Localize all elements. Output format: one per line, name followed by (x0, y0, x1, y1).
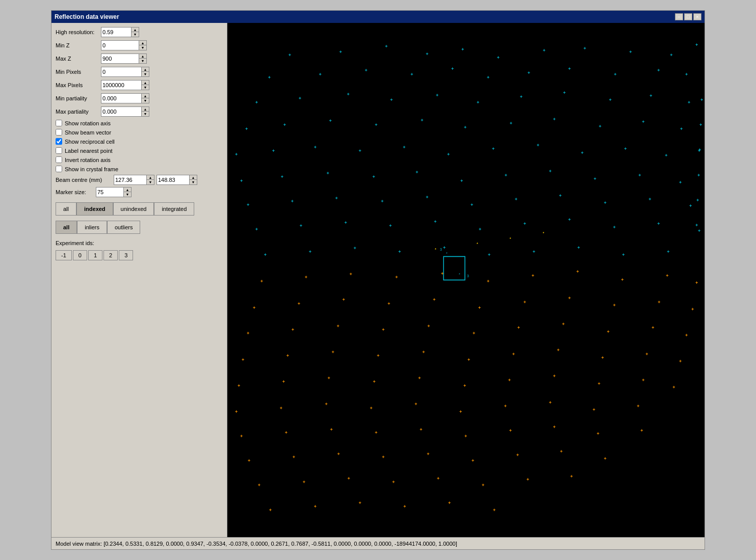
svg-text:+: + (427, 323, 430, 329)
svg-text:+: + (282, 379, 285, 385)
svg-text:+: + (390, 96, 393, 102)
min-partiality-up[interactable]: ▲ (142, 94, 149, 98)
invert-rotation-axis-checkbox[interactable] (56, 156, 62, 163)
marker-size-down[interactable]: ▼ (124, 192, 131, 197)
max-pixels-row: Max Pixels ▲ ▼ (56, 80, 223, 90)
min-partiality-label: Min partiality (56, 95, 99, 101)
svg-text:+: + (624, 146, 627, 152)
beam-centre-y-input[interactable] (157, 175, 190, 185)
beam-centre-x-down[interactable]: ▼ (147, 180, 154, 184)
svg-text:*: * (477, 242, 478, 246)
svg-text:+: + (533, 248, 536, 254)
min-z-up[interactable]: ▲ (139, 41, 146, 45)
max-pixels-input[interactable] (101, 80, 142, 90)
min-pixels-input[interactable] (101, 67, 142, 77)
svg-text:+: + (657, 67, 660, 73)
max-pixels-up[interactable]: ▲ (142, 81, 149, 85)
svg-text:+: + (604, 455, 607, 461)
subset-all-button[interactable]: all (56, 221, 77, 234)
min-pixels-down[interactable]: ▼ (142, 72, 149, 76)
exp-id-3-button[interactable]: 3 (119, 250, 133, 260)
svg-text:+: + (309, 248, 312, 254)
max-partiality-input[interactable] (101, 106, 142, 117)
min-z-label: Min Z (56, 42, 99, 48)
minimize-button[interactable]: − (675, 13, 683, 20)
svg-text:+: + (577, 269, 580, 275)
svg-text:+: + (434, 218, 437, 224)
svg-text:+: + (640, 427, 643, 433)
svg-text:+: + (292, 327, 295, 333)
invert-rotation-axis-label: Invert rotation axis (65, 157, 111, 163)
svg-text:+: + (403, 503, 406, 510)
beam-centre-y-up[interactable]: ▲ (190, 175, 197, 180)
filter-unindexed-button[interactable]: unindexed (113, 202, 154, 216)
close-button[interactable]: × (693, 13, 701, 20)
max-pixels-label: Max Pixels (56, 82, 99, 88)
show-crystal-frame-checkbox[interactable] (56, 166, 62, 172)
svg-text:+: + (377, 352, 380, 358)
svg-text:+: + (329, 118, 332, 124)
svg-text:+: + (375, 430, 378, 436)
filter-integrated-button[interactable]: integrated (154, 202, 194, 216)
svg-text:+: + (562, 321, 565, 327)
svg-text:+: + (613, 224, 616, 230)
svg-text:+: + (398, 248, 401, 254)
max-z-up[interactable]: ▲ (139, 54, 146, 59)
svg-text:3: 3 (440, 247, 442, 252)
exp-id-2-button[interactable]: 2 (103, 250, 118, 260)
high-resolution-up[interactable]: ▲ (132, 28, 139, 32)
svg-text:+: + (696, 197, 699, 203)
exp-id-neg1-button[interactable]: -1 (56, 250, 72, 260)
max-pixels-down[interactable]: ▼ (142, 85, 149, 90)
filter-all-button[interactable]: all (56, 202, 76, 216)
beam-centre-y-down[interactable]: ▼ (190, 180, 197, 184)
svg-text:+: + (264, 252, 267, 258)
show-reciprocal-cell-label: Show reciprocal cell (65, 139, 115, 145)
subset-outliers-button[interactable]: outliers (107, 221, 140, 234)
min-z-spinbox: ▲ ▼ (101, 40, 147, 50)
label-nearest-point-checkbox[interactable] (56, 147, 62, 154)
label-nearest-point-row: Label nearest point (56, 147, 223, 154)
svg-text:+: + (328, 375, 331, 381)
beam-centre-x-input[interactable] (114, 175, 147, 185)
high-resolution-input[interactable] (101, 27, 132, 37)
svg-text:+: + (543, 47, 546, 54)
svg-text:+: + (343, 297, 346, 303)
svg-text:+: + (235, 408, 238, 414)
min-partiality-input[interactable] (101, 93, 142, 103)
filter-indexed-button[interactable]: indexed (76, 202, 113, 216)
max-z-down[interactable]: ▼ (139, 59, 146, 63)
marker-size-up[interactable]: ▲ (124, 188, 131, 192)
high-resolution-down[interactable]: ▼ (132, 32, 139, 37)
max-z-input[interactable] (101, 54, 139, 64)
min-pixels-up[interactable]: ▲ (142, 67, 149, 72)
experiment-ids-label: Experiment ids: (56, 240, 223, 246)
svg-text:*: * (459, 272, 460, 276)
svg-text:+: + (685, 332, 688, 338)
svg-text:+: + (370, 405, 373, 411)
exp-id-1-button[interactable]: 1 (88, 250, 102, 260)
subset-inliers-button[interactable]: inliers (77, 221, 107, 234)
max-partiality-down[interactable]: ▼ (142, 112, 149, 116)
min-partiality-down[interactable]: ▼ (142, 98, 149, 103)
svg-text:+: + (658, 299, 661, 305)
exp-id-0-button[interactable]: 0 (73, 250, 87, 260)
svg-text:+: + (337, 323, 340, 329)
show-reciprocal-cell-row: Show reciprocal cell (56, 138, 223, 145)
experiment-ids-group: -1 0 1 2 3 (56, 250, 223, 260)
min-z-input[interactable] (101, 40, 139, 50)
label-nearest-point-label: Label nearest point (65, 148, 113, 154)
max-partiality-up[interactable]: ▲ (142, 107, 149, 112)
max-z-arrows: ▲ ▼ (139, 54, 147, 64)
min-z-down[interactable]: ▼ (139, 45, 146, 50)
show-beam-vector-checkbox[interactable] (56, 129, 62, 136)
viewer-area[interactable]: + + + + + + + + + + + + + + + + + + + + (227, 23, 705, 537)
svg-text:+: + (418, 375, 421, 381)
show-reciprocal-cell-checkbox[interactable] (56, 138, 62, 145)
beam-centre-x-up[interactable]: ▲ (147, 175, 154, 180)
show-rotation-axis-checkbox[interactable] (56, 120, 62, 126)
svg-text:+: + (613, 302, 616, 308)
svg-text:+: + (240, 433, 243, 439)
maximize-button[interactable]: □ (684, 13, 692, 20)
marker-size-input[interactable] (96, 187, 124, 197)
